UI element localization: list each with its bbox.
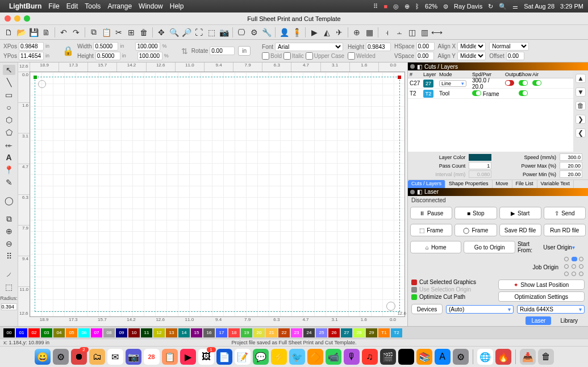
ellipse-tool-icon[interactable]: ○ [3,102,15,112]
height-pct-input[interactable] [137,52,162,60]
color-swatch[interactable]: 12 [153,328,165,337]
trash-icon[interactable]: 🗑 [538,349,554,365]
color-swatch[interactable]: 18 [228,328,240,337]
cuts-row[interactable]: C27 27 Line▾ 300.0 / 20.0 [408,78,573,89]
cuts-row[interactable]: T2 T2 Tool Frame [408,89,573,99]
settings-icon[interactable]: ⚙ [453,349,469,365]
welded-checkbox[interactable] [348,52,355,60]
array-tool-icon[interactable]: ⠿ [3,251,15,261]
dock-app-icon[interactable]: 🔶 [307,349,323,365]
dock-app-icon[interactable]: 📄 [216,349,232,365]
color-swatch[interactable]: 04 [53,328,65,337]
color-swatch[interactable]: 19 [241,328,252,337]
books-icon[interactable]: 📚 [416,349,432,365]
air-toggle[interactable] [532,80,541,86]
chrome-icon[interactable]: 🌐 [477,349,493,365]
tab-laser[interactable]: Laser [526,316,551,325]
layer-delete-icon[interactable]: 🗑 [576,101,586,110]
finder-icon[interactable]: 😀 [35,349,51,365]
tab-filelist[interactable]: File List [512,180,537,187]
undock-icon[interactable]: ◧ [417,64,422,70]
paste-icon[interactable]: 📋 [101,27,111,37]
color-swatch[interactable]: 06 [78,328,90,337]
rotate-input[interactable] [210,47,235,55]
time[interactable]: 3:29 PM [560,3,583,10]
opt-settings-button[interactable]: Optimization Settings [498,291,585,302]
frame-toggle[interactable] [472,90,481,96]
monitor-icon[interactable]: 🖵 [236,27,247,37]
handle-tr[interactable] [398,76,401,79]
save-icon[interactable]: 💾 [28,27,39,37]
bluetooth-icon[interactable]: ᛒ [415,3,419,10]
color-swatch[interactable]: 00 [3,328,15,337]
tab-cuts[interactable]: Cuts / Layers [408,180,445,187]
dock-app-icon[interactable]: 🐦 [289,349,305,365]
color-swatch[interactable]: 22 [278,328,290,337]
measure-icon[interactable]: ⟷ [432,27,442,37]
menu-file[interactable]: File [48,2,59,10]
redo-icon[interactable]: ↷ [71,27,81,37]
style-select[interactable]: Normal [489,42,529,51]
close-button[interactable] [5,15,11,22]
import-icon[interactable]: 🗎 [41,27,51,37]
tab-shape[interactable]: Shape Properties [445,180,493,187]
undo-icon[interactable]: ↶ [59,27,69,37]
delete-icon[interactable]: 🗑 [139,27,149,37]
grid-icon[interactable]: ▥ [419,27,429,37]
zoom-selection-icon[interactable]: ⬚ [206,27,216,37]
tab-vartext[interactable]: Variable Text [537,180,574,187]
color-swatch[interactable]: 17 [216,328,227,337]
dock-app-icon[interactable]: 🗂 [89,349,105,365]
color-swatch[interactable]: 10 [128,328,140,337]
menubar-icon[interactable]: ■ [383,3,387,10]
color-swatch[interactable]: 14 [178,328,190,337]
speed-input[interactable] [560,153,582,161]
font-select[interactable]: Arial [275,43,343,51]
origin-mr[interactable] [579,264,583,269]
unit-toggle[interactable]: in [238,46,251,56]
menu-edit[interactable]: Edit [66,2,78,10]
search-icon[interactable]: 🔍 [499,3,507,10]
color-swatch[interactable]: 24 [303,328,315,337]
color-swatch[interactable]: 05 [66,328,77,337]
panel-dot-icon[interactable] [410,190,415,194]
menu-help[interactable]: Help [170,2,184,10]
mode-select[interactable]: Line▾ [439,80,466,87]
italic-checkbox[interactable] [283,52,291,60]
rect-tool-icon[interactable]: ▭ [3,90,15,100]
layer-right-icon[interactable]: ❯ [576,115,586,124]
color-swatch[interactable]: 29 [366,328,377,337]
color-swatch[interactable]: 23 [291,328,302,337]
color-swatch[interactable]: 09 [116,328,127,337]
line-tool-icon[interactable]: ╲ [3,77,15,87]
zoom-in-icon[interactable]: 🔍 [169,27,179,37]
camera-icon[interactable]: 📷 [219,27,229,37]
origin-tc[interactable] [572,257,577,261]
lightburn-icon[interactable]: 🔥 [495,349,511,365]
origin-bl[interactable] [564,272,569,276]
measure-tool-icon[interactable]: ⟋ [3,269,15,280]
click-tool-icon[interactable]: ⬚ [3,282,15,292]
goto-origin-button[interactable]: Go to Origin [464,241,515,253]
control-center-icon[interactable]: ⚌ [512,3,518,10]
appletv-icon[interactable]: tv [398,349,414,365]
align-icon[interactable]: ⫞ [382,27,392,37]
link-icon[interactable]: ⇅ [181,47,188,56]
frame-button[interactable]: ⬚Frame [410,224,452,236]
color-swatch[interactable]: 11 [141,328,152,337]
save-rd-button[interactable]: Save RD file [499,224,541,236]
cut-icon[interactable]: ✂ [114,27,124,37]
offset-icon[interactable]: ◫ [407,27,417,37]
width-input[interactable] [93,42,118,51]
select-tool-icon[interactable]: ↖ [3,65,15,75]
user-icon[interactable]: 👤 [279,27,289,37]
bezier-tool-icon[interactable]: ⬰ [3,140,15,150]
battery-icon[interactable]: 62% [425,3,437,10]
controller-select[interactable]: Ruida 644XS▾ [517,305,585,314]
user-name[interactable]: Ray Davis [454,3,482,10]
show-toggle[interactable] [519,90,528,96]
color-swatch[interactable]: 16 [203,328,215,337]
workspace[interactable] [30,72,405,317]
preview-icon[interactable]: ◭ [322,27,332,37]
color-swatch[interactable]: 20 [253,328,265,337]
